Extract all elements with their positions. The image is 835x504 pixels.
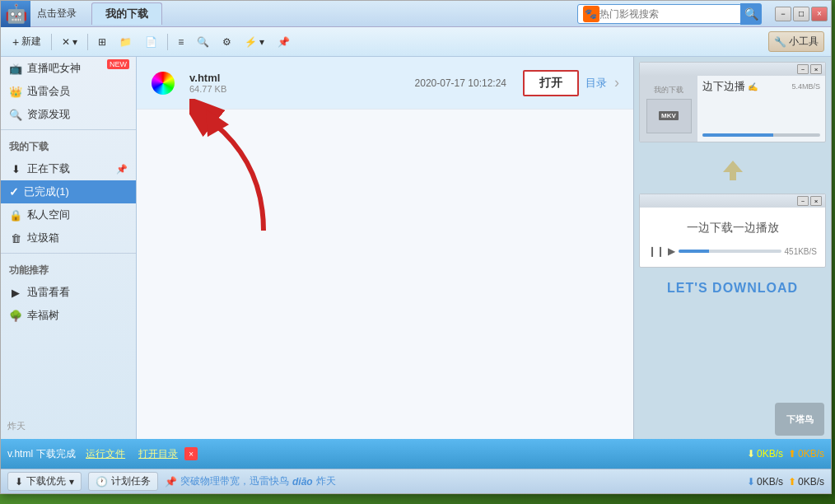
new-button[interactable]: + 新建 bbox=[7, 32, 46, 51]
file-row-inner: v.html 64.77 KB 2020-07-17 10:12:24 打开 目… bbox=[137, 57, 633, 109]
status-speed: ⬇ 0KB/s ⬆ 0KB/s bbox=[747, 448, 824, 460]
check-icon: ✓ bbox=[9, 185, 19, 198]
title-bar: 🤖 点击登录 我的下载 🐾 🔍 － □ × bbox=[1, 1, 831, 27]
open-button[interactable]: 打开 bbox=[523, 70, 579, 96]
grid-view-button[interactable]: ⊞ bbox=[93, 34, 111, 50]
mkv-badge: MKV bbox=[646, 99, 692, 133]
mini-minimize-btn2[interactable]: － bbox=[797, 196, 809, 206]
status-bar: v.html 下载完成 运行文件 打开目录 × ⬇ 0KB/s ⬆ 0KB/s bbox=[1, 439, 831, 469]
grid-icon: ⊞ bbox=[98, 36, 106, 48]
down-priority-icon: ⬇ bbox=[15, 476, 23, 488]
mini-player-bottom-content: 一边下载一边播放 ❙❙ ▶ 451KB/S bbox=[640, 208, 825, 267]
mini-speed-bottom: 451KB/S bbox=[785, 247, 817, 256]
bottom-logo: 下塔鸟 bbox=[775, 403, 824, 436]
folder-view-button[interactable]: 📁 bbox=[114, 34, 137, 50]
login-button[interactable]: 点击登录 bbox=[30, 7, 83, 21]
sidebar-item-vip-label: 迅雷会员 bbox=[27, 84, 70, 99]
status-run-link[interactable]: 运行文件 bbox=[86, 447, 125, 461]
status-close-button[interactable]: × bbox=[184, 447, 198, 460]
mini-player-content: 我的下载 MKV 边下边播 ✍ 5.4MB/S bbox=[640, 76, 825, 142]
content-area: 📺 直播吧女神 NEW 👑 迅雷会员 🔍 资源发现 我的下载 ⬇ 正在下载 📌 … bbox=[1, 57, 831, 439]
my-downloads-tab[interactable]: 我的下载 bbox=[91, 2, 162, 25]
down-arrow bbox=[634, 147, 831, 194]
sidebar-item-private[interactable]: 🔒 私人空间 bbox=[1, 203, 136, 226]
priority-button[interactable]: ⬇ 下载优先 ▾ bbox=[7, 472, 82, 491]
sidebar-item-live[interactable]: 📺 直播吧女神 NEW bbox=[1, 57, 136, 80]
upload-speed-value: 0KB/s bbox=[798, 448, 824, 460]
vip-icon: 👑 bbox=[9, 85, 22, 98]
search-tool-button[interactable]: 🔍 bbox=[192, 34, 214, 50]
search-tool-icon: 🔍 bbox=[197, 36, 209, 48]
mini-pause-btn[interactable]: ❙❙ bbox=[648, 245, 665, 257]
settings-button[interactable]: ⚙ bbox=[217, 34, 236, 50]
sidebar-item-completed[interactable]: ✓ 已完成(1) bbox=[1, 180, 136, 203]
sidebar-item-lucky[interactable]: 🌳 幸福树 bbox=[1, 304, 136, 327]
thunder-label: ▾ bbox=[259, 36, 264, 48]
sidebar-item-vip[interactable]: 👑 迅雷会员 bbox=[1, 80, 136, 103]
sidebar-item-trash[interactable]: 🗑 垃圾箱 bbox=[1, 226, 136, 250]
new-label: 新建 bbox=[21, 35, 41, 49]
mini-minimize-btn[interactable]: － bbox=[797, 64, 809, 74]
search-input[interactable] bbox=[599, 8, 736, 20]
sidebar-item-lucky-label: 幸福树 bbox=[27, 308, 59, 323]
lets-download-label: LET'S DOWNLOAD bbox=[634, 273, 831, 304]
status-complete-text: 下载完成 bbox=[36, 447, 76, 461]
down-arrow-icon: ⬇ bbox=[747, 448, 755, 460]
tool-label: 小工具 bbox=[789, 35, 819, 49]
mini-close-btn2[interactable]: × bbox=[810, 196, 822, 206]
sidebar-item-completed-label: 已完成(1) bbox=[24, 184, 69, 199]
sidebar-item-kankan[interactable]: ▶ 迅雷看看 bbox=[1, 281, 136, 304]
sidebar-item-discover[interactable]: 🔍 资源发现 bbox=[1, 103, 136, 126]
close-button[interactable]: × bbox=[811, 7, 828, 21]
my-downloads-section: 我的下载 bbox=[1, 133, 136, 157]
sidebar-item-kankan-label: 迅雷看看 bbox=[27, 285, 70, 300]
mini-speed-top: 5.4MB/S bbox=[791, 82, 820, 91]
mini-progress-bar-top bbox=[702, 133, 820, 137]
minimize-button[interactable]: － bbox=[775, 7, 791, 21]
priority-arrow-icon: ▾ bbox=[69, 476, 74, 488]
bottom-download-speed-value: 0KB/s bbox=[757, 476, 783, 488]
download-icon: ⬇ bbox=[9, 162, 22, 175]
up-arrow-icon: ⬆ bbox=[788, 448, 796, 460]
toolbar-separator-2 bbox=[87, 34, 88, 50]
mini-player-titlebar-top: － × bbox=[640, 63, 825, 76]
delete-button[interactable]: ✕ ▾ bbox=[57, 34, 82, 50]
toolbar-separator-3 bbox=[167, 34, 168, 50]
list-button[interactable]: ≡ bbox=[173, 34, 189, 50]
search-button[interactable]: 🔍 bbox=[740, 3, 762, 25]
sidebar-divider-1 bbox=[1, 129, 136, 130]
ad-suffix: 炸天 bbox=[316, 474, 336, 488]
directory-button[interactable]: 目录 bbox=[585, 76, 607, 91]
bottom-down-icon: ⬇ bbox=[747, 476, 755, 488]
file-view-button[interactable]: 📄 bbox=[140, 34, 162, 50]
thunder-button[interactable]: ⚡ ▾ bbox=[240, 34, 269, 50]
maximize-button[interactable]: □ bbox=[793, 7, 809, 21]
mini-progress-fill-bottom bbox=[679, 250, 709, 253]
mini-play-btn[interactable]: ▶ bbox=[668, 245, 675, 257]
sidebar-item-downloading-label: 正在下载 bbox=[27, 161, 70, 176]
mini-controls: ❙❙ ▶ 451KB/S bbox=[648, 245, 817, 257]
download-speed-value: 0KB/s bbox=[757, 448, 783, 460]
schedule-button[interactable]: 🕐 计划任务 bbox=[88, 472, 158, 491]
upload-speed: ⬆ 0KB/s bbox=[788, 448, 824, 460]
tool-button[interactable]: 🔧 小工具 bbox=[768, 31, 824, 52]
mini-close-btn[interactable]: × bbox=[810, 64, 822, 74]
status-filename: v.html bbox=[7, 448, 33, 460]
bottom-bar: ⬇ 下载优先 ▾ 🕐 计划任务 📌 突破物理带宽，迅雷快鸟 diāo 炸天 ⬇ … bbox=[1, 469, 831, 493]
bottom-speed: ⬇ 0KB/s ⬆ 0KB/s bbox=[747, 476, 824, 488]
tree-icon: 🌳 bbox=[9, 309, 22, 322]
file-name: v.html bbox=[189, 72, 415, 84]
tab-area: 我的下载 bbox=[91, 2, 162, 25]
sidebar-item-downloading[interactable]: ⬇ 正在下载 📌 bbox=[1, 157, 136, 180]
download-speed: ⬇ 0KB/s bbox=[747, 448, 783, 460]
folder-icon: 📁 bbox=[119, 36, 132, 48]
settings-icon: ⚙ bbox=[222, 36, 231, 48]
features-section: 功能推荐 bbox=[1, 257, 136, 281]
app-logo: 🤖 bbox=[1, 1, 30, 27]
main-panel: v.html 64.77 KB 2020-07-17 10:12:24 打开 目… bbox=[137, 57, 633, 439]
discover-icon: 🔍 bbox=[9, 108, 22, 121]
file-actions: 打开 目录 bbox=[523, 70, 607, 96]
status-dir-link[interactable]: 打开目录 bbox=[138, 447, 178, 461]
pin-button[interactable]: 📌 bbox=[273, 34, 295, 50]
mini-player-titlebar-bottom: － × bbox=[640, 194, 825, 208]
